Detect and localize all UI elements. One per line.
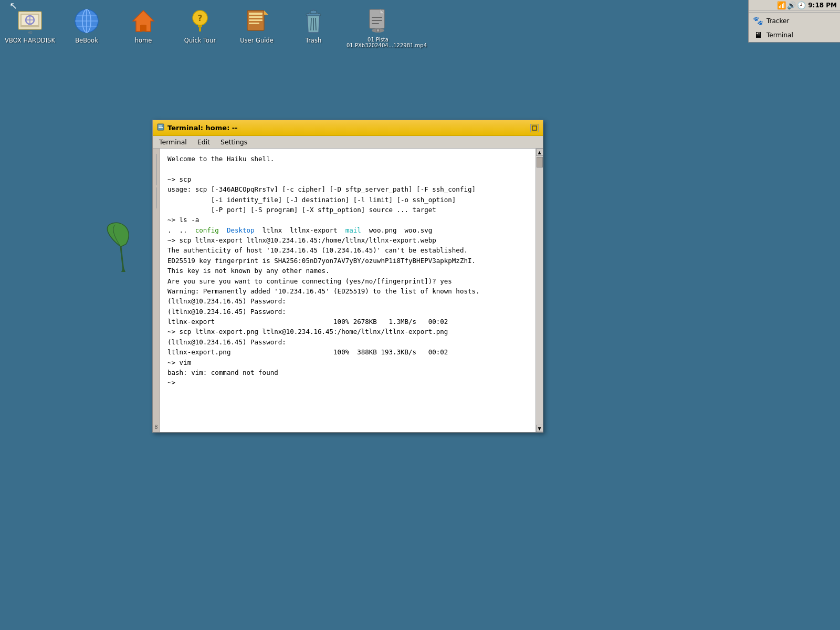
terminal-sidebar-number: 8 [154,424,158,430]
desktop-icon-file1[interactable]: 01 Pista 01.PXb3202404...122981.mp4 [346,4,410,50]
terminal-sidebar: 8 [153,149,160,432]
svg-line-28 [311,18,311,30]
menu-edit[interactable]: Edit [193,137,214,147]
svg-rect-42 [158,124,164,130]
quicktour-label: Quick Tour [184,37,216,44]
menu-settings[interactable]: Settings [216,137,251,147]
taskbar-item-tracker[interactable]: 🐾 Tracker [749,14,840,28]
desktop-icon-quicktour[interactable]: ? Quick Tour [176,4,224,46]
tracker-label: Tracker [766,17,789,25]
svg-rect-36 [372,20,382,21]
terminal-content[interactable]: Welcome to the Haiku shell. ~> scp usage… [160,149,536,432]
volume-tray-icon: 🔊 [787,1,796,9]
terminal-body: 8 Welcome to the Haiku shell. ~> scp usa… [153,149,543,432]
svg-marker-41 [121,267,125,272]
svg-rect-45 [532,126,537,130]
tray-icons: 📶 🔊 🕘 [777,1,806,9]
terminal-title-text: Terminal: home: -- [167,124,527,132]
desktop-icons-bar: HD VBOX HARDDISK BeBook home [0,0,840,55]
home-icon [129,6,158,36]
userguide-icon [242,6,271,36]
svg-point-39 [376,29,380,32]
terminal-menubar: Terminal Edit Settings [153,136,543,149]
terminal-title-icon [157,123,164,132]
file1-icon [363,6,393,36]
svg-marker-24 [264,10,268,15]
terminal-output: Welcome to the Haiku shell. ~> scp usage… [160,149,536,432]
scrollbar-up-arrow[interactable]: ▲ [536,149,543,156]
svg-rect-35 [372,17,382,18]
desktop-icon-userguide[interactable]: User Guide [233,4,280,46]
terminal-titlebar[interactable]: Terminal: home: -- [153,120,543,136]
taskbar-time: 9:18 PM [808,2,837,9]
trash-icon [299,6,328,36]
trash-label: Trash [306,37,321,44]
home-label: home [135,37,152,44]
terminal-scrollbar[interactable]: ▲ ▼ [536,149,543,432]
svg-text:?: ? [197,13,202,23]
network-tray-icon: 📶 [777,1,786,9]
terminal-taskbar-icon: 🖥 [753,30,763,40]
svg-rect-32 [310,10,317,14]
svg-rect-21 [249,16,262,18]
scrollbar-thumb[interactable] [537,157,543,167]
desktop-icon-home[interactable]: home [120,4,167,46]
svg-rect-20 [249,13,262,15]
clock-tray-icon: 🕘 [797,1,806,9]
taskbar-top: 📶 🔊 🕘 9:18 PM [749,0,840,11]
svg-rect-31 [306,14,321,16]
desktop-icon-trash[interactable]: Trash [290,4,337,46]
svg-rect-37 [372,23,379,24]
taskbar: 📶 🔊 🕘 9:18 PM 🐾 Tracker 🖥 Terminal [748,0,840,43]
haiku-leaf-decoration [97,220,144,280]
quicktour-icon: ? [185,6,215,36]
terminal-window: Terminal: home: -- Terminal Edit Setting… [152,120,543,433]
bebook-label: BeBook [75,37,98,44]
terminal-taskbar-label: Terminal [766,32,793,39]
vbox-label: VBOX HARDDISK [5,37,55,44]
svg-rect-17 [199,27,201,32]
cursor-icon: ↖ [9,0,17,11]
vbox-icon: HD [15,6,45,36]
svg-rect-23 [249,23,259,24]
taskbar-item-terminal[interactable]: 🖥 Terminal [749,28,840,42]
svg-text:HD: HD [27,30,33,34]
tracker-icon: 🐾 [753,16,763,26]
terminal-maximize-button[interactable] [530,124,539,132]
svg-rect-22 [249,19,262,21]
desktop-icon-bebook[interactable]: BeBook [63,4,110,46]
bebook-icon [72,6,101,36]
menu-terminal[interactable]: Terminal [155,137,191,147]
svg-rect-16 [198,25,202,27]
scrollbar-down-arrow[interactable]: ▼ [536,425,543,432]
svg-line-30 [316,18,316,30]
userguide-label: User Guide [240,37,274,44]
svg-line-40 [121,247,123,270]
file1-label: 01 Pista 01.PXb3202404...122981.mp4 [346,37,410,48]
svg-rect-14 [140,25,146,32]
